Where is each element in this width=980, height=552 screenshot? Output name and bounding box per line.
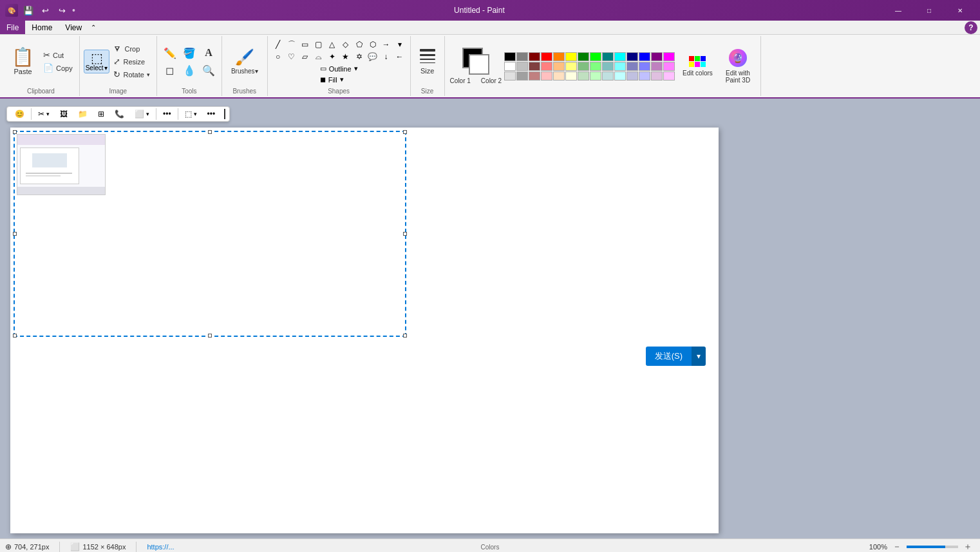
swatch-yellow[interactable] xyxy=(565,52,577,61)
eyedropper-tool[interactable]: 💧 xyxy=(180,62,198,79)
shape-curve[interactable]: ⌒ xyxy=(285,39,298,50)
swatch-r3-1[interactable] xyxy=(504,71,516,81)
handle-br[interactable] xyxy=(403,334,407,338)
phone-button[interactable]: 📞 xyxy=(111,108,128,120)
swatch-darkred[interactable] xyxy=(529,52,540,61)
image-insert-button[interactable]: 🖼 xyxy=(56,108,71,120)
shape-heart[interactable]: ♡ xyxy=(285,51,298,62)
swatch-brown[interactable] xyxy=(529,62,540,71)
color2-swatch[interactable] xyxy=(469,54,489,75)
edit-colors-button[interactable]: Edit colors xyxy=(677,53,718,79)
swatch-sage[interactable] xyxy=(578,62,589,71)
swatch-orange[interactable] xyxy=(553,52,565,61)
swatch-lavender[interactable] xyxy=(651,62,663,71)
handle-tm[interactable] xyxy=(208,130,212,134)
swatch-r3-10[interactable] xyxy=(614,71,626,81)
swatch-lightblue[interactable] xyxy=(639,62,650,71)
dots-button[interactable]: ••• xyxy=(203,108,220,120)
text-tool[interactable]: A xyxy=(200,45,218,61)
swatch-darkblue[interactable] xyxy=(627,52,638,61)
swatch-r3-13[interactable] xyxy=(651,71,663,81)
menu-file[interactable]: File xyxy=(0,21,25,34)
menu-view[interactable]: View xyxy=(59,21,88,34)
fill-button[interactable]: ◼ Fill ▾ xyxy=(317,75,361,84)
edit-paint3d-button[interactable]: 🔮 Edit with Paint 3D xyxy=(721,46,755,86)
shape-more[interactable]: ▾ xyxy=(393,39,406,50)
swatch-lightgreen[interactable] xyxy=(590,62,601,71)
swatch-r3-8[interactable] xyxy=(590,71,601,81)
handle-tr[interactable] xyxy=(403,130,407,134)
swatch-r3-12[interactable] xyxy=(639,71,650,81)
swatch-r3-11[interactable] xyxy=(627,71,638,81)
copy-button[interactable]: 📄 Copy xyxy=(41,62,75,74)
swatch-red[interactable] xyxy=(541,52,552,61)
cut-button[interactable]: ✂ Cut xyxy=(41,49,75,61)
zoom-slider[interactable] xyxy=(907,546,958,548)
minimize-button[interactable]: — xyxy=(883,0,913,21)
help-button[interactable]: ? xyxy=(965,21,977,34)
quick-access-redo[interactable]: ↪ xyxy=(55,4,68,17)
swatch-pink[interactable] xyxy=(663,62,675,71)
border-button[interactable]: ⬜ ▾ xyxy=(131,108,153,120)
shape-line[interactable]: ╱ xyxy=(272,39,285,50)
handle-ml[interactable] xyxy=(13,232,17,236)
size-button[interactable]: Size xyxy=(415,46,440,77)
swatch-purple[interactable] xyxy=(651,52,663,61)
table-button[interactable]: ⊞ xyxy=(94,108,108,120)
more-button[interactable]: ••• xyxy=(159,108,175,120)
shape-trapezoid[interactable]: ⌓ xyxy=(312,51,325,62)
swatch-r3-2[interactable] xyxy=(516,71,528,81)
shape-callout[interactable]: 💬 xyxy=(366,51,379,62)
brushes-button[interactable]: 🖌️ Brushes ▾ xyxy=(226,46,263,77)
shape-hexagon[interactable]: ⬡ xyxy=(366,39,379,50)
swatch-blue[interactable] xyxy=(639,52,650,61)
send-dropdown-button[interactable]: ▾ xyxy=(692,347,706,366)
shape-roundrect[interactable]: ▢ xyxy=(312,39,325,50)
quick-access-save[interactable]: 💾 xyxy=(22,4,35,17)
resize-button[interactable]: ⤢ Resize xyxy=(111,55,152,68)
swatch-white[interactable] xyxy=(504,62,516,71)
menu-home[interactable]: Home xyxy=(25,21,59,34)
ribbon-collapse-btn[interactable]: ⌃ xyxy=(88,21,99,34)
paste-button[interactable]: 📋 Paste xyxy=(6,46,39,78)
rotate-button[interactable]: ↻ Rotate ▾ xyxy=(111,68,152,81)
shape-parallelogram[interactable]: ▱ xyxy=(299,51,312,62)
maximize-button[interactable]: □ xyxy=(914,0,944,21)
shape-arrow-right[interactable]: → xyxy=(380,39,393,50)
scissors-button[interactable]: ✂ ▾ xyxy=(34,108,53,120)
folder-button[interactable]: 📁 xyxy=(74,108,91,120)
swatch-r3-4[interactable] xyxy=(541,71,552,81)
swatch-cyan[interactable] xyxy=(614,52,626,61)
swatch-r3-6[interactable] xyxy=(565,71,577,81)
handle-bl[interactable] xyxy=(13,334,17,338)
swatch-periwinkle[interactable] xyxy=(627,62,638,71)
outline-button[interactable]: ▭ Outline ▾ xyxy=(317,64,361,73)
shape-rect[interactable]: ▭ xyxy=(299,39,312,50)
eraser-tool[interactable]: ◻ xyxy=(161,62,179,79)
shape-arrow-left[interactable]: ← xyxy=(393,51,406,62)
handle-bm[interactable] xyxy=(208,334,212,338)
swatch-lightteal[interactable] xyxy=(602,62,614,71)
view-dropdown-button[interactable]: ⬚ ▾ xyxy=(181,108,201,120)
swatch-darkgreen[interactable] xyxy=(578,52,589,61)
emoji-button[interactable]: 😊 xyxy=(11,108,28,120)
swatch-black[interactable] xyxy=(504,52,516,61)
swatch-green[interactable] xyxy=(590,52,601,61)
handle-mr[interactable] xyxy=(403,232,407,236)
swatch-r3-7[interactable] xyxy=(578,71,589,81)
fill-tool[interactable]: 🪣 xyxy=(180,45,198,61)
swatch-magenta[interactable] xyxy=(663,52,675,61)
shape-oval[interactable]: ○ xyxy=(272,51,285,62)
shape-pentagon[interactable]: ⬠ xyxy=(353,39,366,50)
swatch-lightcyan[interactable] xyxy=(614,62,626,71)
paint-canvas[interactable]: 发送(S) ▾ xyxy=(10,128,719,533)
swatch-r3-14[interactable] xyxy=(663,71,675,81)
swatch-r3-3[interactable] xyxy=(529,71,540,81)
shape-star5[interactable]: ★ xyxy=(339,51,352,62)
swatch-r3-5[interactable] xyxy=(553,71,565,81)
shape-diamond[interactable]: ◇ xyxy=(339,39,352,50)
swatch-lightred[interactable] xyxy=(541,62,552,71)
magnify-tool[interactable]: 🔍 xyxy=(200,62,218,79)
swatch-r3-9[interactable] xyxy=(602,71,614,81)
send-button[interactable]: 发送(S) xyxy=(646,347,692,366)
